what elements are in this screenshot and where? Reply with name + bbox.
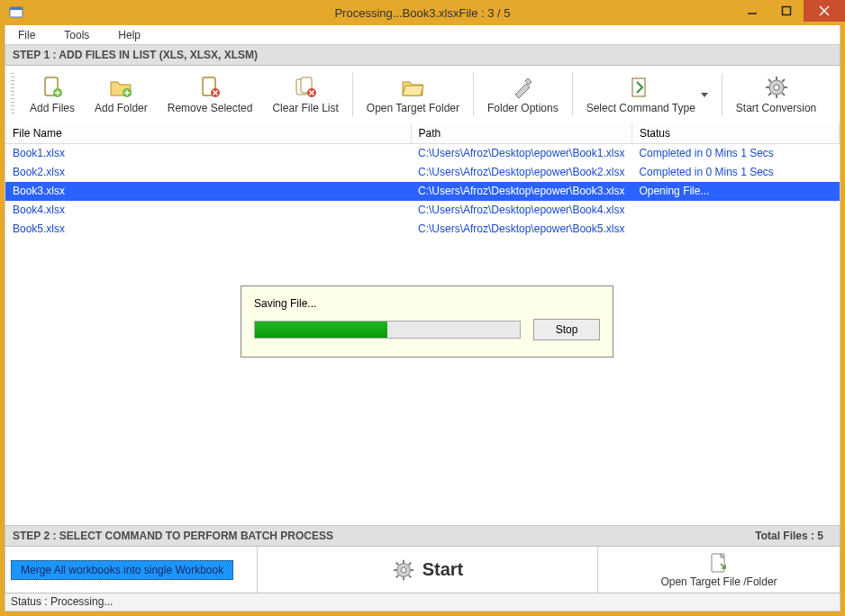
toolbar-separator [572,73,573,116]
progress-bar [254,321,521,339]
status-bar: Status : Processing... [5,593,840,611]
toolbar-separator [352,73,353,116]
toolbar-separator [473,73,474,116]
folder-options-button[interactable]: Folder Options [477,69,568,120]
cell-path: C:\Users\Afroz\Desktop\epower\Book1.xlsx [411,144,631,163]
add-folder-button[interactable]: Add Folder [85,69,158,120]
stop-button[interactable]: Stop [533,319,600,340]
svg-line-41 [408,562,411,565]
maximize-button[interactable] [769,0,804,22]
svg-line-42 [395,575,398,577]
add-files-button[interactable]: Add Files [20,69,85,120]
svg-point-24 [774,85,779,90]
open-target-file-button[interactable]: Open Target File /Folder [598,547,840,593]
command-row: Merge All workbooks into single Workbook… [5,547,840,593]
files-clear-icon [293,75,318,100]
col-path[interactable]: Path [411,123,631,144]
svg-point-34 [401,567,406,573]
svg-rect-3 [783,7,791,15]
menu-help[interactable]: Help [113,26,146,44]
start-button[interactable]: Start [258,547,598,593]
cell-name: Book3.xlsx [5,182,411,201]
cell-path: C:\Users\Afroz\Desktop\epower\Book4.xlsx [411,201,631,220]
svg-line-40 [408,575,411,577]
svg-rect-1 [10,7,23,10]
file-add-icon [40,75,65,100]
file-remove-icon [197,75,223,100]
tools-icon [510,75,535,100]
clear-file-list-button[interactable]: Clear File List [262,69,348,120]
app-icon [9,5,23,20]
cell-status: Opening File... [631,182,839,201]
command-type-icon [628,75,653,100]
cell-path: C:\Users\Afroz\Desktop\epower\Book5.xlsx [411,220,631,239]
open-target-folder-button[interactable]: Open Target Folder [357,69,469,120]
minimize-button[interactable] [735,0,769,22]
step1-header: STEP 1 : ADD FILES IN LIST (XLS, XLSX, X… [5,45,840,66]
table-row[interactable]: Book4.xlsxC:\Users\Afroz\Desktop\epower\… [5,201,840,220]
table-row[interactable]: Book3.xlsxC:\Users\Afroz\Desktop\epower\… [5,182,840,201]
progress-dialog: Saving File... Stop [241,285,613,358]
cell-name: Book2.xlsx [5,163,411,182]
col-status[interactable]: Status [631,123,839,144]
folder-open-icon [400,75,425,100]
toolbar-separator [722,73,722,116]
toolbar: Add Files Add Folder Remove Selected Cle… [5,66,840,123]
table-row[interactable]: Book1.xlsxC:\Users\Afroz\Desktop\epower\… [5,144,840,163]
cell-name: Book4.xlsx [5,201,411,220]
cell-status: Completed in 0 Mins 1 Secs [631,144,839,163]
menu-file[interactable]: File [13,26,41,44]
svg-line-39 [395,562,398,565]
window-title: Processing...Book3.xlsxFile : 3 / 5 [334,6,510,20]
svg-line-32 [768,93,771,95]
file-open-icon [708,552,730,574]
cell-status [631,220,839,239]
progress-label: Saving File... [254,297,600,310]
folder-add-icon [108,75,133,100]
cell-status [631,201,839,220]
start-label: Start [422,559,464,580]
remove-selected-button[interactable]: Remove Selected [158,69,263,120]
start-conversion-button[interactable]: Start Conversion [726,69,826,120]
select-command-type-button[interactable]: Select Command Type [577,69,718,120]
total-files-label: Total Files : 5 [755,530,832,542]
svg-line-31 [782,79,785,82]
menu-tools[interactable]: Tools [59,26,95,44]
selected-command-label: Merge All workbooks into single Workbook [11,560,233,580]
selected-command-cell[interactable]: Merge All workbooks into single Workbook [5,547,258,593]
table-row[interactable]: Book2.xlsxC:\Users\Afroz\Desktop\epower\… [5,163,840,182]
cell-path: C:\Users\Afroz\Desktop\epower\Book3.xlsx [411,182,631,201]
chevron-down-icon [701,93,708,97]
gear-icon [764,75,789,100]
close-button[interactable] [804,0,845,22]
gear-icon [392,558,415,582]
cell-name: Book1.xlsx [5,144,411,163]
cell-name: Book5.xlsx [5,220,411,239]
cell-path: C:\Users\Afroz\Desktop\epower\Book2.xlsx [411,163,631,182]
svg-line-30 [782,93,785,95]
table-row[interactable]: Book5.xlsxC:\Users\Afroz\Desktop\epower\… [5,220,840,239]
title-bar: Processing...Book3.xlsxFile : 3 / 5 [0,0,845,25]
cell-status: Completed in 0 Mins 1 Secs [631,163,839,182]
open-target-label: Open Target File /Folder [660,575,777,588]
svg-line-29 [768,79,771,82]
col-file-name[interactable]: File Name [5,123,411,144]
menu-bar: File Tools Help [5,25,840,45]
step2-header: STEP 2 : SELECT COMMAND TO PERFORM BATCH… [5,526,840,547]
